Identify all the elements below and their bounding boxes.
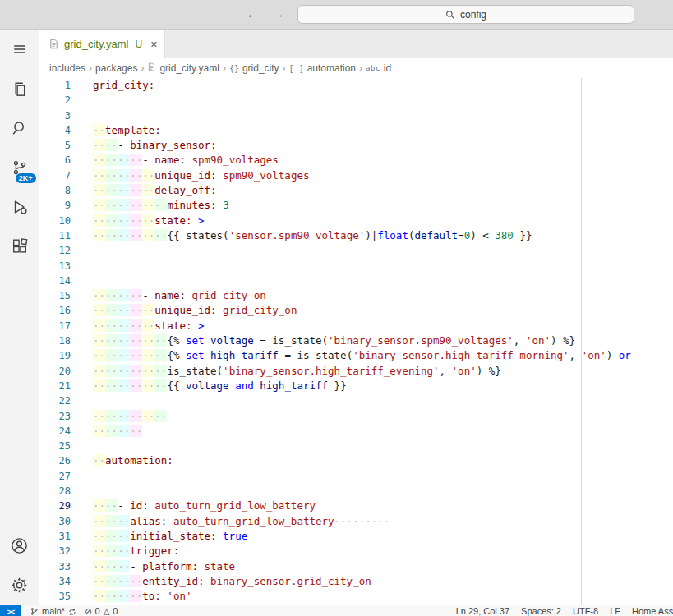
code-line-4[interactable]: 4··template: <box>39 123 673 138</box>
git-branch-item[interactable]: main* <box>30 605 76 616</box>
language-mode[interactable]: Home Assistant <box>632 605 673 616</box>
code-text: ········ <box>82 424 142 439</box>
line-number: 29 <box>39 499 82 513</box>
line-number: 22 <box>39 393 82 408</box>
code-line-9[interactable]: 9············minutes: 3 <box>39 198 673 213</box>
code-text: ············minutes: 3 <box>82 198 229 213</box>
encoding-status[interactable]: UTF-8 <box>573 605 598 616</box>
code-line-10[interactable]: 10··········state: > <box>39 214 673 228</box>
code-line-27[interactable]: 27 <box>39 469 673 484</box>
breadcrumb-item-id[interactable]: abcid <box>366 62 391 74</box>
menu-button[interactable] <box>0 30 39 69</box>
code-text: ··········unique_id: grid_city_on <box>82 303 297 318</box>
tab-grid-city-yaml[interactable]: grid_city.yaml U × <box>39 30 165 58</box>
code-line-8[interactable]: 8··········delay_off: <box>39 183 673 198</box>
breadcrumb-label: includes <box>49 62 85 74</box>
problems-item[interactable]: ⊘ 0 △ 0 <box>85 605 118 616</box>
code-line-17[interactable]: 17··········state: > <box>39 319 673 333</box>
code-text: ··template: <box>82 123 161 138</box>
navigate-forward-icon[interactable]: → <box>273 7 284 21</box>
code-lines: 1grid_city:234··template:5····- binary_s… <box>39 78 673 604</box>
code-line-25[interactable]: 25 <box>39 439 673 453</box>
code-line-22[interactable]: 22 <box>39 393 673 408</box>
hamburger-icon <box>12 42 27 57</box>
code-text: ······alias: auto_turn_grid_low_battery·… <box>82 514 390 529</box>
code-line-3[interactable]: 3 <box>39 108 673 123</box>
code-line-21[interactable]: 21············{{ voltage and high_tariff… <box>39 379 673 393</box>
code-line-32[interactable]: 32······trigger: <box>39 544 673 559</box>
code-line-26[interactable]: 26··automation: <box>39 453 673 468</box>
close-tab-icon[interactable]: × <box>150 38 157 51</box>
line-number: 30 <box>39 514 82 529</box>
title-bar: ← → config <box>0 0 673 30</box>
code-line-31[interactable]: 31······initial_state: true <box>39 529 673 544</box>
breadcrumb-item-includes[interactable]: includes <box>49 62 85 74</box>
code-line-13[interactable]: 13 <box>39 259 673 274</box>
code-line-1[interactable]: 1grid_city: <box>39 78 673 93</box>
breadcrumb-item-packages[interactable]: packages <box>95 62 137 74</box>
code-text: ············{{ voltage and high_tariff }… <box>82 379 347 393</box>
code-line-35[interactable]: 35········to: 'on' <box>39 589 673 604</box>
code-line-23[interactable]: 23············ <box>39 409 673 424</box>
explorer-button[interactable] <box>0 69 39 108</box>
code-text <box>82 108 93 123</box>
line-number: 10 <box>39 214 82 228</box>
line-number: 27 <box>39 469 82 484</box>
breadcrumb: includes›packages›grid_city.yaml›{}grid_… <box>39 58 673 78</box>
code-text: ··········state: > <box>82 319 205 333</box>
extensions-icon <box>11 237 29 255</box>
search-sidebar-button[interactable] <box>0 108 39 148</box>
settings-button[interactable] <box>0 565 39 605</box>
code-line-34[interactable]: 34········entity_id: binary_sensor.grid_… <box>39 574 673 589</box>
line-number: 14 <box>39 274 82 288</box>
code-line-28[interactable]: 28 <box>39 484 673 499</box>
code-line-24[interactable]: 24········ <box>39 424 673 439</box>
gear-icon <box>10 576 29 595</box>
line-number: 2 <box>39 93 82 108</box>
code-line-2[interactable]: 2 <box>39 93 673 108</box>
code-line-18[interactable]: 18············{% set voltage = is_state(… <box>39 333 673 348</box>
navigate-back-icon[interactable]: ← <box>247 7 258 21</box>
code-line-15[interactable]: 15········- name: grid_city_on <box>39 288 673 303</box>
code-text <box>82 93 93 108</box>
run-debug-button[interactable] <box>0 187 39 227</box>
breadcrumb-separator: › <box>219 62 229 74</box>
indentation-status[interactable]: Spaces: 2 <box>521 605 561 616</box>
line-number: 12 <box>39 243 82 258</box>
code-line-29[interactable]: 29····- id: auto_turn_grid_low_battery <box>39 499 673 513</box>
code-line-33[interactable]: 33······- platform: state <box>39 559 673 574</box>
remote-indicator[interactable]: >< <box>0 605 21 616</box>
line-number: 34 <box>39 574 82 589</box>
breadcrumb-item-grid-city[interactable]: {}grid_city <box>229 62 279 74</box>
workbench: 2K+ grid_city.yaml <box>0 30 673 605</box>
code-text <box>82 484 93 499</box>
breadcrumb-item-grid-city-yaml[interactable]: grid_city.yaml <box>147 62 219 74</box>
status-bar-right: Ln 29, Col 37 Spaces: 2 UTF-8 LF Home As… <box>456 605 673 616</box>
cursor-position[interactable]: Ln 29, Col 37 <box>456 605 509 616</box>
tab-label: grid_city.yaml <box>64 38 129 50</box>
line-number: 17 <box>39 319 82 333</box>
command-center-search[interactable]: config <box>297 5 634 24</box>
code-line-6[interactable]: 6········- name: spm90_voltages <box>39 153 673 168</box>
source-control-button[interactable]: 2K+ <box>0 148 39 187</box>
code-line-30[interactable]: 30······alias: auto_turn_grid_low_batter… <box>39 514 673 529</box>
breadcrumb-label: id <box>384 62 391 74</box>
code-line-19[interactable]: 19············{% set high_tariff = is_st… <box>39 348 673 363</box>
code-line-7[interactable]: 7··········unique_id: spm90_voltages <box>39 168 673 183</box>
code-line-5[interactable]: 5····- binary_sensor: <box>39 138 673 153</box>
line-number: 13 <box>39 259 82 274</box>
yaml-file-icon <box>48 39 59 49</box>
scm-badge: 2K+ <box>16 173 36 183</box>
code-line-11[interactable]: 11············{{ states('sensor.spm90_vo… <box>39 228 673 243</box>
code-editor[interactable]: 1grid_city:234··template:5····- binary_s… <box>39 78 673 605</box>
run-debug-icon <box>11 198 29 216</box>
eol-status[interactable]: LF <box>610 605 620 616</box>
code-line-20[interactable]: 20············is_state('binary_sensor.hi… <box>39 364 673 379</box>
code-line-16[interactable]: 16··········unique_id: grid_city_on <box>39 303 673 318</box>
breadcrumb-label: grid_city <box>242 62 279 74</box>
breadcrumb-item-automation[interactable]: [ ]automation <box>289 62 356 74</box>
extensions-button[interactable] <box>0 227 39 266</box>
account-button[interactable] <box>0 526 39 565</box>
code-line-14[interactable]: 14 <box>39 274 673 288</box>
code-line-12[interactable]: 12 <box>39 243 673 258</box>
